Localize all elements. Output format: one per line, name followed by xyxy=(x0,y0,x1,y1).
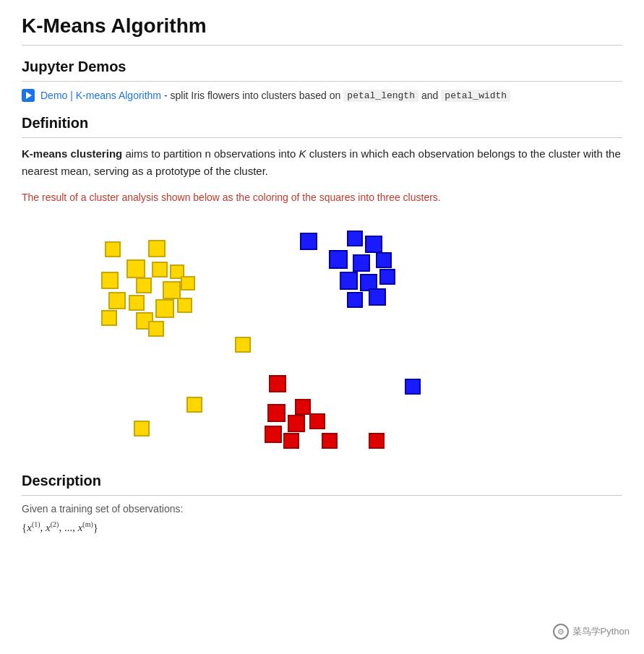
math-formula: {x(1), x(2), ..., x(m)} xyxy=(22,520,622,534)
blue-sq-3 xyxy=(365,236,382,253)
yellow-sq-4 xyxy=(152,262,168,277)
blue-sq-11 xyxy=(369,288,386,306)
yellow-sq-3 xyxy=(126,259,145,278)
yellow-sq-16 xyxy=(148,321,164,337)
blue-sq-5 xyxy=(353,254,370,272)
red-sq-3 xyxy=(267,404,285,422)
yellow-sq-7 xyxy=(136,277,152,293)
yellow-sq-8 xyxy=(163,281,181,299)
cluster-diagram xyxy=(22,220,622,451)
play-icon xyxy=(22,89,35,102)
red-sq-6 xyxy=(265,426,282,443)
blue-sq-10 xyxy=(347,292,363,308)
yellow-sq-17 xyxy=(235,337,251,353)
jupyter-demos-section: Jupyter Demos Demo | K-means Algorithm -… xyxy=(22,59,622,102)
red-sq-5 xyxy=(309,413,325,429)
blue-sq-2 xyxy=(347,231,363,246)
blue-sq-9 xyxy=(379,269,395,285)
blue-sq-6 xyxy=(376,252,392,268)
red-sq-4 xyxy=(288,415,305,432)
yellow-sq-2 xyxy=(148,240,166,257)
yellow-sq-13 xyxy=(177,298,192,313)
definition-paragraph2: The result of a cluster analysis shown b… xyxy=(22,190,622,205)
yellow-sq-1 xyxy=(105,241,121,257)
jupyter-demos-heading: Jupyter Demos xyxy=(22,59,622,82)
watermark-text: 菜鸟学Python xyxy=(572,625,630,638)
page-title: K-Means Algorithm xyxy=(22,14,622,46)
watermark-icon: ⚙ xyxy=(553,624,569,640)
demo-link[interactable]: Demo | K-means Algorithm xyxy=(40,90,161,101)
yellow-sq-6 xyxy=(101,272,119,289)
blue-sq-7 xyxy=(340,272,358,290)
definition-heading: Definition xyxy=(22,115,622,138)
yellow-sq-14 xyxy=(101,310,117,326)
description-heading: Description xyxy=(22,473,622,496)
demo-description-pre: - split Iris flowers into clusters based… xyxy=(164,90,340,101)
blue-sq-1 xyxy=(300,233,317,250)
red-sq-7 xyxy=(283,433,299,449)
yellow-sq-10 xyxy=(108,292,126,309)
yellow-sq-18 xyxy=(186,397,202,413)
red-sq-2 xyxy=(295,399,311,415)
kmeans-bold: K-means clustering xyxy=(22,147,122,160)
yellow-sq-11 xyxy=(129,295,145,311)
code-petal-length: petal_length xyxy=(343,90,418,102)
given-text: Given a training set of observations: xyxy=(22,503,622,515)
blue-sq-4 xyxy=(329,250,348,269)
blue-sq-12 xyxy=(405,379,421,395)
red-sq-9 xyxy=(369,433,385,449)
demo-link-row: Demo | K-means Algorithm - split Iris fl… xyxy=(22,89,622,102)
definition-paragraph1: K-means clustering aims to partition n o… xyxy=(22,145,622,180)
definition-section: Definition K-means clustering aims to pa… xyxy=(22,115,622,205)
yellow-sq-12 xyxy=(155,299,174,318)
watermark: ⚙ 菜鸟学Python xyxy=(553,624,630,640)
red-sq-1 xyxy=(269,375,286,392)
demo-and: and xyxy=(421,90,438,101)
description-section: Description Given a training set of obse… xyxy=(22,473,622,534)
red-sq-8 xyxy=(322,433,338,449)
yellow-sq-9 xyxy=(181,276,195,291)
k-italic: K xyxy=(299,147,306,160)
code-petal-width: petal_width xyxy=(441,90,510,102)
yellow-sq-19 xyxy=(134,421,150,436)
